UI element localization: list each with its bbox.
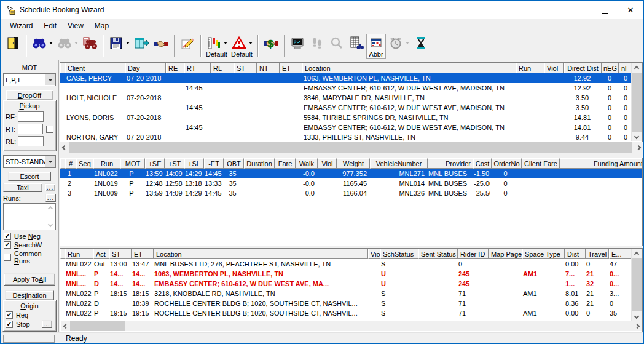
solution-row[interactable]: 21NL019P12:4812:5813:1813:3335-0.01165.4…: [60, 178, 642, 188]
edit-booking-button[interactable]: [178, 34, 197, 59]
column-header[interactable]: MOT: [120, 158, 145, 169]
close-button[interactable]: ✕: [618, 1, 643, 19]
save-button[interactable]: [106, 34, 132, 59]
stop-row[interactable]: MNL...D14...14...EMBASSY CENTER; 610-612…: [60, 279, 642, 289]
menu-item-view[interactable]: View: [62, 20, 89, 31]
column-header[interactable]: Walk: [296, 158, 318, 169]
stop-row[interactable]: MNL...P14...14...1063, WEMBERTON PL, NAS…: [60, 269, 642, 279]
column-header[interactable]: Act: [93, 249, 109, 259]
column-header[interactable]: nEG: [602, 63, 619, 73]
runs-more-button[interactable]: ...: [45, 194, 56, 202]
column-header[interactable]: #: [65, 158, 76, 169]
column-header[interactable]: Seq: [76, 158, 93, 169]
booking-row[interactable]: CASE, PERCY07-20-20181063, WEMBERTON PL,…: [60, 73, 642, 83]
hourglass-button[interactable]: [411, 34, 431, 59]
minimize-button[interactable]: [566, 1, 592, 19]
stop-row[interactable]: MNL022P18:1518:153218, KNOBDALE RD, NASH…: [60, 289, 642, 298]
column-header[interactable]: Travel: [586, 249, 609, 259]
stop-row[interactable]: MNL022P19:1519:15ROCHELLE CENTER BLDG B;…: [60, 308, 642, 318]
column-header[interactable]: RE: [166, 63, 184, 73]
column-header[interactable]: NT: [257, 63, 280, 73]
itinerary-horizontal-scrollbar[interactable]: [61, 321, 642, 331]
column-header[interactable]: +SL: [184, 158, 204, 169]
column-header[interactable]: Day: [125, 63, 166, 73]
scroll-right-icon[interactable]: [632, 321, 642, 331]
column-header[interactable]: Viol: [318, 158, 337, 169]
escort-button[interactable]: Escort: [8, 172, 51, 181]
column-header[interactable]: ST: [234, 63, 257, 73]
column-header[interactable]: RL: [211, 63, 234, 73]
solution-row[interactable]: 31NL009P13:5914:0914:2914:4535-0.01166.0…: [60, 188, 642, 198]
chevron-down-icon[interactable]: [49, 42, 53, 44]
stop-more-button[interactable]: ...: [42, 320, 52, 328]
booking-row[interactable]: HOLT, NICHOLE07-20-20183846, MARYDALE DR…: [60, 93, 642, 103]
chevron-down-icon[interactable]: [224, 42, 227, 44]
column-header[interactable]: Cost: [473, 158, 492, 169]
maximize-button[interactable]: [592, 1, 618, 19]
scroll-left-icon[interactable]: [61, 321, 70, 331]
column-header[interactable]: Run: [516, 63, 544, 73]
pickup-button[interactable]: Pickup: [4, 102, 55, 110]
rt-checkbox[interactable]: [46, 126, 53, 133]
default-schedule-button[interactable]: Default: [204, 34, 229, 59]
taxi-button[interactable]: Taxi: [3, 183, 42, 192]
bookings-vertical-scrollbar[interactable]: [631, 63, 642, 141]
service-type-combobox[interactable]: STD-STANDA: [3, 155, 56, 168]
negotiate-button[interactable]: [151, 34, 171, 59]
column-header[interactable]: OrderNo: [492, 158, 522, 169]
cost-negotiate-button[interactable]: $: [261, 34, 281, 59]
column-header[interactable]: +SE: [145, 158, 165, 169]
bookings-horizontal-scrollbar[interactable]: [60, 142, 643, 153]
exit-wizard-button[interactable]: [3, 34, 23, 59]
column-header[interactable]: OBT: [224, 158, 244, 169]
browse-grid-button[interactable]: [347, 34, 366, 59]
scroll-right-icon[interactable]: [634, 142, 643, 153]
booking-row[interactable]: LYONS, DORIS07-20-20185584, THRIBLE SPRI…: [60, 113, 642, 122]
scroll-down-icon[interactable]: [632, 311, 642, 321]
column-header[interactable]: Fare: [275, 158, 296, 169]
scrollbar-thumb[interactable]: [632, 258, 642, 311]
stop-row[interactable]: MNL022Out13:0013:47MNL BUSES LTD; 276, P…: [60, 259, 642, 269]
scrollbar-thumb[interactable]: [69, 142, 632, 153]
scroll-up-icon[interactable]: [47, 206, 54, 212]
column-header[interactable]: Duration: [244, 158, 275, 169]
menu-item-wizard[interactable]: Wizard: [4, 20, 38, 31]
solution-row[interactable]: 11NL022P13:5914:0914:2914:4535-0.0977.35…: [60, 169, 642, 178]
column-header[interactable]: Dist: [565, 249, 586, 259]
column-header[interactable]: Weight: [337, 158, 370, 169]
searchw-checkbox[interactable]: ✔: [4, 241, 11, 249]
column-header[interactable]: Provider: [428, 158, 473, 169]
column-header[interactable]: [60, 249, 65, 259]
scroll-up-icon[interactable]: [632, 63, 642, 73]
taxi-more-button[interactable]: ...: [45, 183, 55, 191]
booking-row[interactable]: 14:45EMBASSY CENTER; 610-612, W DUE WEST…: [60, 122, 642, 132]
column-header[interactable]: Space Type: [522, 249, 565, 259]
stop-row[interactable]: MNL022D18:39ROCHELLE CENTER BLDG B; 1020…: [60, 298, 642, 308]
column-header[interactable]: ET: [132, 249, 154, 259]
req-checkbox[interactable]: ✔: [6, 311, 13, 319]
map-view-button[interactable]: [288, 34, 307, 59]
split-window-button[interactable]: [132, 34, 151, 59]
chevron-down-icon[interactable]: [126, 42, 130, 44]
use-neg-checkbox[interactable]: ✔: [4, 233, 11, 240]
column-header[interactable]: Sent Status: [418, 249, 458, 259]
column-header[interactable]: Funding Amount: [560, 158, 642, 169]
column-header[interactable]: +ST: [165, 158, 184, 169]
column-header[interactable]: -ET: [204, 158, 224, 169]
dropoff-button[interactable]: DropOff: [6, 90, 53, 100]
common-runs-checkbox[interactable]: [4, 254, 11, 261]
scrollbar-thumb[interactable]: [632, 73, 642, 132]
scroll-down-icon[interactable]: [47, 222, 54, 228]
column-header[interactable]: ET: [280, 63, 302, 73]
column-header[interactable]: [60, 63, 65, 73]
column-header[interactable]: Location: [302, 63, 516, 73]
rl-field[interactable]: [18, 136, 44, 146]
column-header[interactable]: Viol: [368, 249, 380, 259]
default-violations-button[interactable]: Default: [229, 34, 254, 59]
column-header[interactable]: Run: [93, 158, 120, 169]
booking-row[interactable]: 14:45EMBASSY CENTER; 610-612, W DUE WEST…: [60, 83, 642, 93]
itinerary-vertical-scrollbar[interactable]: [631, 249, 642, 321]
mot-dropdown-arrow[interactable]: [45, 74, 55, 85]
apply-to-all-button[interactable]: Apply To All: [4, 273, 55, 286]
column-header[interactable]: VehicleNumber: [370, 158, 428, 169]
